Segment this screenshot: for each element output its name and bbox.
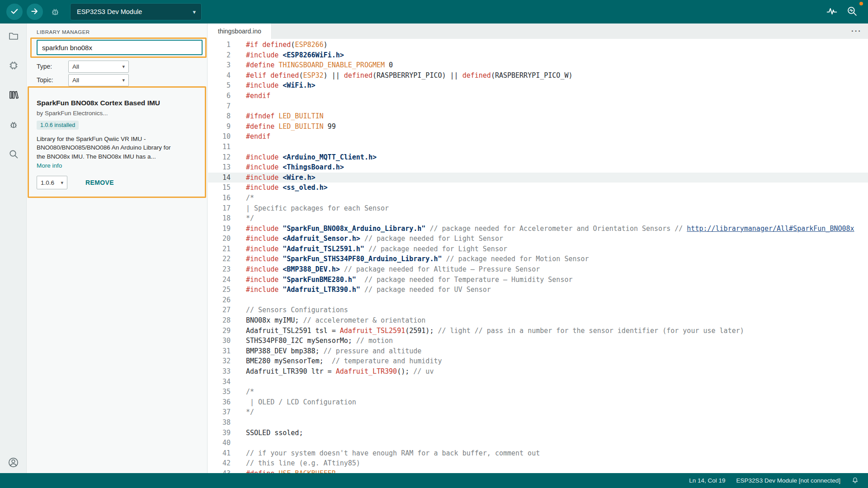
code-text: | OLED / LCD Configuration bbox=[231, 397, 356, 408]
board-selector-dropdown[interactable]: ESP32S3 Dev Module ▾ bbox=[70, 3, 202, 20]
code-line[interactable]: 7 bbox=[208, 101, 868, 112]
remove-button[interactable]: REMOVE bbox=[85, 179, 114, 186]
code-text: #include <ss_oled.h> bbox=[231, 183, 328, 193]
line-number: 37 bbox=[208, 407, 231, 418]
code-lines: 1#if defined(ESP8266)2#include <ESP8266W… bbox=[208, 39, 868, 473]
code-line[interactable]: 36 | OLED / LCD Configuration bbox=[208, 397, 868, 408]
line-number: 26 bbox=[208, 295, 231, 305]
code-line[interactable]: 3#define THINGSBOARD_ENABLE_PROGMEM 0 bbox=[208, 60, 868, 70]
code-line[interactable]: 39SSOLED ssoled; bbox=[208, 428, 868, 438]
code-line[interactable]: 15#include <ss_oled.h> bbox=[208, 183, 868, 193]
code-line[interactable]: 29Adafruit_TSL2591 tsl = Adafruit_TSL259… bbox=[208, 326, 868, 336]
code-text: BMP388_DEV bmp388; // pressure and altit… bbox=[231, 346, 421, 357]
code-text bbox=[231, 295, 246, 305]
code-line[interactable]: 11 bbox=[208, 142, 868, 152]
line-number: 33 bbox=[208, 366, 231, 377]
right-arrow-icon bbox=[30, 7, 39, 17]
sidebar-item-debug[interactable] bbox=[0, 115, 27, 135]
code-line[interactable]: 40 bbox=[208, 438, 868, 448]
code-line[interactable]: 34 bbox=[208, 377, 868, 387]
code-text: #include "SparkFunBME280.h" // package n… bbox=[231, 275, 572, 285]
code-line[interactable]: 1#if defined(ESP8266) bbox=[208, 40, 868, 50]
code-line[interactable]: 24#include "SparkFunBME280.h" // package… bbox=[208, 275, 868, 285]
code-line[interactable]: 25#include "Adafruit_LTR390.h" // packag… bbox=[208, 285, 868, 295]
code-line[interactable]: 20#include <Adafruit_Sensor.h> // packag… bbox=[208, 234, 868, 244]
code-line[interactable]: 42// this line (e.g. ATtiny85) bbox=[208, 458, 868, 469]
code-text: #include "Adafruit_LTR390.h" // package … bbox=[231, 285, 491, 295]
serial-monitor-button[interactable] bbox=[845, 5, 858, 18]
code-line[interactable]: 33Adafruit_LTR390 ltr = Adafruit_LTR390(… bbox=[208, 366, 868, 377]
code-line[interactable]: 22#include "SparkFun_STHS34PF80_Arduino_… bbox=[208, 254, 868, 264]
sidebar-item-search[interactable] bbox=[0, 145, 27, 164]
code-line[interactable]: 8#ifndef LED_BUILTIN bbox=[208, 111, 868, 122]
line-number: 29 bbox=[208, 326, 231, 336]
code-text: #include <Adafruit_Sensor.h> // package … bbox=[231, 234, 503, 244]
line-number: 32 bbox=[208, 356, 231, 366]
code-text bbox=[231, 438, 246, 448]
serial-plotter-button[interactable] bbox=[826, 5, 838, 18]
notification-dot bbox=[859, 2, 863, 5]
code-line[interactable]: 13#include <ThingsBoard.h> bbox=[208, 162, 868, 173]
code-line[interactable]: 5#include <WiFi.h> bbox=[208, 80, 868, 91]
editor-more-actions-button[interactable]: ··· bbox=[851, 23, 862, 39]
type-filter-select[interactable]: All ▾ bbox=[68, 61, 129, 73]
code-editor[interactable]: 1#if defined(ESP8266)2#include <ESP8266W… bbox=[208, 39, 868, 473]
line-number: 16 bbox=[208, 193, 231, 203]
board-status[interactable]: ESP32S3 Dev Module [not connected] bbox=[736, 477, 840, 484]
code-text: #include <ThingsBoard.h> bbox=[231, 162, 344, 173]
code-text bbox=[231, 101, 246, 112]
code-line[interactable]: 2#include <ESP8266WiFi.h> bbox=[208, 50, 868, 61]
more-info-link[interactable]: More info bbox=[37, 162, 68, 169]
code-line[interactable]: 17| Specific packages for each Sensor bbox=[208, 203, 868, 214]
code-line[interactable]: 30STHS34PF80_I2C mySensorMo; // motion bbox=[208, 336, 868, 346]
code-text: #define THINGSBOARD_ENABLE_PROGMEM 0 bbox=[231, 60, 393, 70]
code-line[interactable]: 6#endif bbox=[208, 91, 868, 101]
code-line[interactable]: 21#include "Adafruit_TSL2591.h" // packa… bbox=[208, 244, 868, 254]
code-line[interactable]: 27// Sensors Configurations bbox=[208, 305, 868, 315]
code-line[interactable]: 28BNO08x myIMU; // accelerometer & orien… bbox=[208, 315, 868, 326]
line-number: 6 bbox=[208, 91, 231, 101]
code-line[interactable]: 14#include <Wire.h> bbox=[208, 173, 868, 183]
chevron-down-icon: ▾ bbox=[61, 180, 63, 186]
library-search-input[interactable] bbox=[37, 40, 203, 55]
topic-filter-select[interactable]: All ▾ bbox=[68, 74, 129, 86]
line-number: 3 bbox=[208, 60, 231, 70]
debug-button[interactable] bbox=[49, 6, 61, 18]
code-line[interactable]: 23#include <BMP388_DEV.h> // package nee… bbox=[208, 264, 868, 275]
code-line[interactable]: 37*/ bbox=[208, 407, 868, 418]
person-icon bbox=[8, 457, 19, 469]
code-text bbox=[231, 418, 246, 428]
sidebar-item-sketchbook[interactable] bbox=[0, 27, 27, 47]
code-line[interactable]: 41// if your system doesn't have enough … bbox=[208, 448, 868, 459]
version-select[interactable]: 1.0.6 ▾ bbox=[37, 176, 67, 189]
code-line[interactable]: 12#include <Arduino_MQTT_Client.h> bbox=[208, 152, 868, 163]
code-text: #include <Wire.h> bbox=[231, 173, 316, 183]
verify-button[interactable] bbox=[6, 4, 23, 20]
chip-icon bbox=[8, 60, 19, 72]
code-text: /* bbox=[231, 387, 254, 397]
code-line[interactable]: 38 bbox=[208, 418, 868, 428]
tab-thingsboard-ino[interactable]: thingsboard.ino bbox=[208, 23, 272, 39]
code-line[interactable]: 18*/ bbox=[208, 213, 868, 224]
code-line[interactable]: 43#define USE_BACKBUFFER bbox=[208, 469, 868, 473]
cursor-position[interactable]: Ln 14, Col 19 bbox=[689, 477, 725, 484]
code-text: #define USE_BACKBUFFER bbox=[231, 469, 336, 473]
line-number: 43 bbox=[208, 469, 231, 473]
code-line[interactable]: 35/* bbox=[208, 387, 868, 397]
code-line[interactable]: 9#define LED_BUILTIN 99 bbox=[208, 122, 868, 132]
library-author: by SparkFun Electronics... bbox=[37, 110, 196, 117]
tab-label: thingsboard.ino bbox=[218, 28, 261, 35]
bell-icon[interactable] bbox=[851, 477, 859, 484]
sidebar-item-library-manager[interactable] bbox=[0, 85, 27, 105]
code-line[interactable]: 10#endif bbox=[208, 131, 868, 142]
code-line[interactable]: 26 bbox=[208, 295, 868, 305]
code-line[interactable]: 16/* bbox=[208, 193, 868, 203]
code-line[interactable]: 32BME280 mySensorTem; // temperature and… bbox=[208, 356, 868, 366]
topic-filter-value: All bbox=[72, 77, 79, 84]
sidebar-item-boards-manager[interactable] bbox=[0, 56, 27, 76]
account-button[interactable] bbox=[0, 453, 27, 473]
upload-button[interactable] bbox=[27, 4, 43, 20]
code-line[interactable]: 4#elif defined(ESP32) || defined(RASPBER… bbox=[208, 70, 868, 81]
code-line[interactable]: 19#include "SparkFun_BNO08x_Arduino_Libr… bbox=[208, 224, 868, 234]
code-line[interactable]: 31BMP388_DEV bmp388; // pressure and alt… bbox=[208, 346, 868, 357]
